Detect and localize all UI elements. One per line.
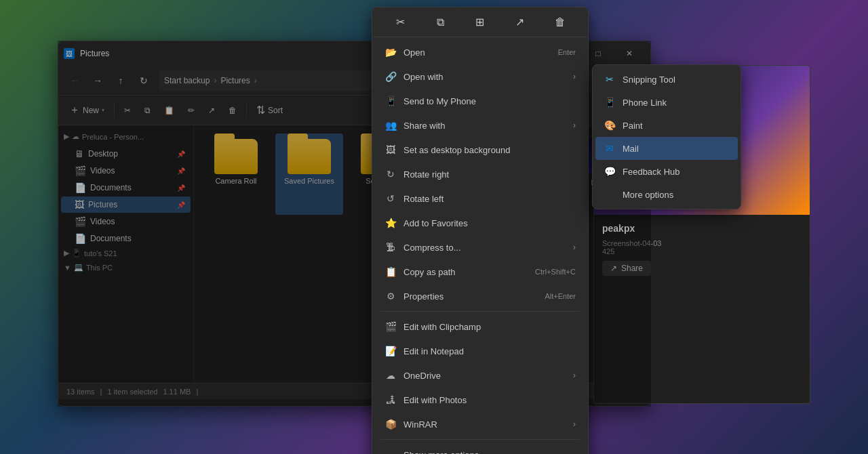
ctx-compress[interactable]: 🗜 Compress to... › bbox=[375, 235, 585, 260]
ctx-delete-icon: 🗑 bbox=[555, 16, 566, 28]
ctx-properties[interactable]: ⚙ Properties Alt+Enter bbox=[375, 284, 585, 308]
ctx-compress-icon: 🗜 bbox=[384, 241, 397, 253]
sidebar-item-documents2[interactable]: 📄 Documents bbox=[61, 230, 191, 247]
ctx-onedrive-icon: ☁ bbox=[384, 369, 397, 381]
mail-label: Mail bbox=[623, 144, 639, 154]
ctx-newwin-btn[interactable]: ⊞ bbox=[469, 12, 491, 33]
ctx-copypath-label: Copy as path bbox=[403, 267, 528, 277]
ctx-onedrive[interactable]: ☁ OneDrive › bbox=[375, 363, 585, 388]
sidebar-item-videos[interactable]: 🎬 Videos 📌 bbox=[61, 163, 191, 179]
explorer-icon: 🖼 bbox=[64, 48, 75, 59]
ctx-rotleft-label: Rotate left bbox=[403, 194, 576, 204]
ctx-compress-label: Compress to... bbox=[403, 243, 566, 253]
file-camera-roll[interactable]: Camera Roll bbox=[202, 133, 270, 215]
file-saved-pictures[interactable]: Saved Pictures bbox=[275, 133, 343, 215]
submenu-feedback[interactable]: 💬 Feedback Hub bbox=[595, 160, 738, 183]
sidebar-item-pictures[interactable]: 🖼 Pictures 📌 bbox=[61, 197, 191, 213]
ctx-compress-arrow: › bbox=[573, 243, 576, 252]
new-label: New bbox=[83, 106, 99, 115]
ctx-setbg[interactable]: 🖼 Set as desktop background bbox=[375, 138, 585, 162]
more-options-icon bbox=[604, 188, 616, 201]
ctx-share2-icon: ↗ bbox=[515, 16, 524, 28]
selected-info: 1 item selected bbox=[107, 388, 157, 396]
ctx-winrar[interactable]: 📦 WinRAR › bbox=[375, 412, 585, 436]
tutos-s21-header[interactable]: ▶ 📱 tuto's S21 bbox=[58, 247, 193, 259]
ctx-cut-btn[interactable]: ✂ bbox=[389, 12, 411, 33]
close-btn[interactable]: ✕ bbox=[614, 41, 645, 66]
ctx-notepad[interactable]: 📝 Edit in Notepad bbox=[375, 339, 585, 363]
share-btn[interactable]: ↗ bbox=[203, 99, 220, 122]
ctx-sendphone-icon: 📱 bbox=[384, 95, 397, 107]
context-toolbar: ✂ ⧉ ⊞ ↗ 🗑 bbox=[372, 7, 588, 37]
desktop-label: Desktop bbox=[88, 149, 118, 159]
ctx-share2-btn[interactable]: ↗ bbox=[509, 12, 531, 33]
preview-share-btn[interactable]: ↗ Share bbox=[602, 261, 651, 276]
docs-icon: 📄 bbox=[75, 182, 86, 193]
ctx-open[interactable]: 📂 Open Enter bbox=[375, 40, 585, 64]
submenu-snipping[interactable]: ✂ Snipping Tool bbox=[595, 68, 738, 91]
this-pc-header[interactable]: ▼ 💻 This PC bbox=[58, 262, 193, 273]
ctx-sendphone[interactable]: 📱 Send to My Phone bbox=[375, 89, 585, 113]
feedback-label: Feedback Hub bbox=[623, 167, 680, 177]
copy-btn[interactable]: ⧉ bbox=[139, 99, 156, 122]
sidebar-item-documents[interactable]: 📄 Documents 📌 bbox=[61, 180, 191, 196]
ctx-sharewith-icon: 👥 bbox=[384, 119, 397, 131]
sort-label: Sort bbox=[268, 106, 283, 115]
ctx-copy-icon: ⧉ bbox=[437, 16, 444, 28]
sort-btn[interactable]: ⇅ Sort bbox=[251, 99, 288, 122]
ctx-photos[interactable]: 🏞 Edit with Photos bbox=[375, 388, 585, 412]
phonelink-label: Phone Link bbox=[623, 98, 667, 108]
ctx-copy-btn[interactable]: ⧉ bbox=[429, 12, 451, 33]
cut-btn[interactable]: ✂ bbox=[119, 99, 136, 122]
preview-num: 425 bbox=[602, 247, 802, 255]
new-btn[interactable]: ＋ New ▾ bbox=[64, 99, 110, 122]
status-dot: | bbox=[196, 388, 198, 396]
paint-label: Paint bbox=[623, 121, 643, 131]
ctx-sep1 bbox=[380, 311, 580, 312]
ctx-favorites[interactable]: ⭐ Add to Favorites bbox=[375, 211, 585, 235]
ctx-rotleft[interactable]: ↺ Rotate left bbox=[375, 186, 585, 211]
back-btn[interactable]: ← bbox=[64, 70, 85, 91]
ctx-properties-shortcut: Alt+Enter bbox=[545, 292, 576, 300]
paste-icon: 📋 bbox=[164, 106, 174, 115]
file-name-camera: Camera Roll bbox=[215, 177, 256, 185]
pin-icon: 📌 bbox=[177, 150, 185, 158]
submenu-mail[interactable]: ✉ Mail bbox=[595, 137, 738, 160]
docs2-icon: 📄 bbox=[75, 233, 86, 244]
ctx-clipchamp-label: Edit with Clipchamp bbox=[403, 322, 576, 332]
delete-btn[interactable]: 🗑 bbox=[223, 99, 242, 122]
ctx-openwith[interactable]: 🔗 Open with › ✂ Snipping Tool 📱 Phone Li… bbox=[375, 64, 585, 89]
mail-icon: ✉ bbox=[604, 142, 616, 154]
ctx-photos-label: Edit with Photos bbox=[403, 395, 576, 405]
submenu-more-options[interactable]: More options bbox=[595, 183, 738, 206]
pin-icon4: 📌 bbox=[177, 201, 185, 209]
rename-btn[interactable]: ✏ bbox=[182, 99, 200, 122]
up-btn[interactable]: ↑ bbox=[110, 70, 132, 91]
submenu-paint[interactable]: 🎨 Paint bbox=[595, 114, 738, 137]
ctx-showmore[interactable]: ⋯ Show more options bbox=[375, 442, 585, 454]
ctx-winrar-icon: 📦 bbox=[384, 418, 397, 430]
ctx-onedrive-arrow: › bbox=[573, 371, 576, 380]
ctx-rotright[interactable]: ↻ Rotate right bbox=[375, 162, 585, 186]
ctx-openwith-arrow: › bbox=[573, 72, 576, 81]
videos-icon: 🎬 bbox=[75, 165, 86, 176]
ctx-photos-icon: 🏞 bbox=[384, 394, 397, 406]
ribbon-sep1 bbox=[114, 102, 115, 119]
ctx-clipchamp[interactable]: 🎬 Edit with Clipchamp bbox=[375, 314, 585, 339]
ctx-delete-btn[interactable]: 🗑 bbox=[549, 12, 571, 33]
sidebar-item-desktop[interactable]: 🖥 Desktop 📌 bbox=[61, 146, 191, 162]
sidebar-item-videos2[interactable]: 🎬 Videos bbox=[61, 213, 191, 230]
ctx-copypath[interactable]: 📋 Copy as path Ctrl+Shift+C bbox=[375, 260, 585, 284]
onedrive-header[interactable]: ▶ ☁ Preluca - Person... bbox=[58, 131, 193, 142]
ctx-sharewith[interactable]: 👥 Share with › bbox=[375, 113, 585, 138]
refresh-btn[interactable]: ↻ bbox=[133, 70, 155, 91]
ctx-sep2 bbox=[380, 439, 580, 440]
ctx-rotright-label: Rotate right bbox=[403, 169, 576, 180]
ctx-showmore-icon: ⋯ bbox=[384, 449, 397, 454]
ctx-setbg-icon: 🖼 bbox=[384, 144, 397, 156]
forward-btn[interactable]: → bbox=[87, 70, 108, 91]
ctx-properties-label: Properties bbox=[403, 291, 538, 302]
submenu-phonelink[interactable]: 📱 Phone Link bbox=[595, 91, 738, 114]
paste-btn[interactable]: 📋 bbox=[159, 99, 180, 122]
pictures-label: Pictures bbox=[88, 200, 117, 209]
